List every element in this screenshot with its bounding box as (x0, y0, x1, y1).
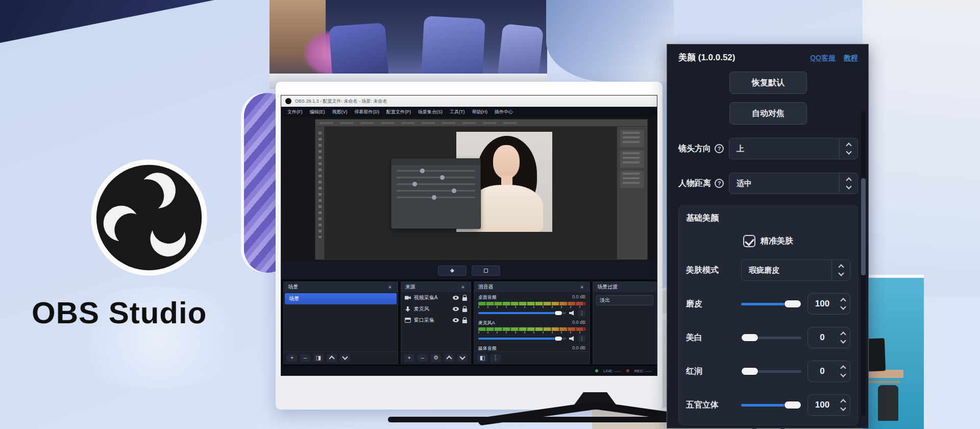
face-3d-slider[interactable] (741, 401, 801, 409)
scene-up-button[interactable] (327, 354, 337, 362)
dock-menu-icon[interactable]: ≡ (386, 283, 394, 291)
slider-handle[interactable] (741, 333, 758, 342)
obs-studio-logo (90, 158, 208, 277)
menu-help[interactable]: 帮助(H) (472, 109, 488, 115)
qq-support-link[interactable]: QQ客服 (810, 54, 836, 63)
obs-app-icon (285, 98, 291, 104)
source-item[interactable]: 麦克风 (401, 303, 471, 315)
lock-icon[interactable] (462, 308, 467, 312)
skin-mode-label: 美肤模式 (686, 265, 735, 276)
help-icon[interactable]: ? (715, 144, 724, 153)
precise-skin-label: 精准美肤 (761, 236, 793, 247)
obs-titlebar: OBS 29.1.3 - 配置文件: 未命名 - 场景: 未命名 (281, 96, 657, 107)
spin-down-icon[interactable] (840, 405, 846, 411)
beauty-filter-panel: 美颜 (1.0.0.52) QQ客服 教程 恢复默认 自动对焦 镜头方向 ? 上… (667, 44, 869, 428)
preview-tab-button-2[interactable] (472, 266, 500, 276)
portrait-dress (472, 185, 543, 232)
add-source-button[interactable]: + (404, 354, 414, 362)
menu-file[interactable]: 文件(F) (287, 109, 303, 115)
camera-direction-select[interactable]: 上 (729, 138, 858, 159)
menu-edit[interactable]: 编辑(E) (310, 109, 325, 115)
portrait-face (493, 145, 520, 179)
precise-skin-checkbox[interactable] (743, 235, 755, 247)
slider-handle[interactable] (784, 401, 801, 409)
menu-view[interactable]: 视图(V) (332, 109, 348, 115)
spin-up-icon[interactable] (840, 399, 846, 404)
dock-menu-icon[interactable]: ≡ (578, 283, 585, 291)
skin-mode-select[interactable]: 瑕疵磨皮 (741, 259, 850, 281)
visibility-eye-icon[interactable] (453, 296, 459, 300)
source-down-button[interactable] (457, 354, 468, 362)
visibility-eye-icon[interactable] (453, 307, 459, 311)
source-properties-button[interactable]: ⚙ (431, 354, 441, 362)
whitening-value-spinner[interactable]: 0 (807, 327, 850, 348)
select-spinner[interactable] (839, 173, 857, 194)
menu-tools[interactable]: 工具(T) (450, 109, 465, 115)
obs-preview (281, 117, 657, 262)
rosy-slider[interactable] (741, 367, 801, 375)
add-scene-button[interactable]: + (287, 354, 297, 362)
spin-up-icon[interactable] (840, 298, 846, 303)
mixer-filters-button[interactable]: ◧ (477, 354, 487, 362)
volume-slider[interactable] (478, 338, 566, 340)
obs-window-title: OBS 29.1.3 - 配置文件: 未命名 - 场景: 未命名 (295, 98, 387, 105)
rec-status: REC: --:-- (634, 369, 652, 373)
slider-handle[interactable] (784, 300, 801, 308)
audio-level-meter (478, 302, 585, 305)
auto-focus-button[interactable]: 自动对焦 (729, 102, 807, 125)
remove-source-button[interactable]: – (418, 354, 428, 362)
db-label: 0.0 dB (572, 320, 585, 326)
menu-profile[interactable]: 配置文件(P) (386, 109, 411, 115)
source-item[interactable]: 窗口采集 (401, 315, 471, 326)
menu-docks[interactable]: 停靠部件(D) (355, 109, 380, 115)
rosy-label: 红润 (686, 366, 735, 377)
lock-icon[interactable] (462, 297, 467, 301)
source-up-button[interactable] (444, 354, 454, 362)
scene-filters-button[interactable]: ◨ (313, 354, 324, 362)
panel-scrollbar-thumb[interactable] (861, 178, 866, 275)
whitening-slider[interactable] (741, 333, 801, 342)
spin-up-icon[interactable] (840, 365, 846, 371)
mixer-entry: 麦克风A0.0 dB ⋮ (474, 318, 590, 343)
scene-down-button[interactable] (340, 354, 350, 362)
remove-scene-button[interactable]: – (300, 354, 310, 362)
restore-default-button[interactable]: 恢复默认 (729, 72, 807, 94)
transition-select[interactable]: 淡出 (596, 295, 653, 305)
visibility-eye-icon[interactable] (453, 318, 459, 322)
db-label: 0.0 dB (572, 294, 585, 301)
smoothing-value-spinner[interactable]: 100 (807, 293, 850, 315)
ps-canvas (325, 127, 617, 259)
smoothing-slider[interactable] (741, 300, 801, 308)
captured-photoshop-window (315, 119, 648, 260)
person-distance-select[interactable]: 适中 (729, 173, 858, 194)
volume-slider[interactable] (478, 312, 566, 314)
speaker-icon[interactable] (569, 311, 575, 316)
spin-down-icon[interactable] (840, 371, 846, 377)
ps-toolbar (315, 127, 325, 259)
speaker-icon[interactable] (569, 336, 575, 341)
spin-up-icon[interactable] (840, 331, 846, 337)
scene-item-selected[interactable]: 场景 (285, 293, 397, 304)
select-spinner[interactable] (831, 260, 850, 280)
live-indicator-icon (595, 369, 598, 372)
menu-scene-collection[interactable]: 场景集合(S) (418, 109, 443, 115)
basic-beauty-title: 基础美颜 (686, 213, 850, 224)
obs-statusbar: LIVE: --:-- REC: --:-- (281, 366, 657, 375)
face-3d-value-spinner[interactable]: 100 (807, 394, 850, 416)
dock-menu-icon[interactable]: ≡ (459, 283, 467, 291)
tutorial-link[interactable]: 教程 (844, 54, 858, 63)
help-icon[interactable]: ? (715, 179, 724, 188)
select-spinner[interactable] (839, 138, 857, 159)
mixer-advanced-button[interactable]: ⋮ (491, 354, 501, 362)
mic-icon (405, 306, 411, 312)
rosy-value-spinner[interactable]: 0 (807, 361, 850, 382)
source-item[interactable]: 视频采集A (401, 292, 471, 303)
spin-down-icon[interactable] (840, 338, 846, 343)
menu-plugin-center[interactable]: 插件中心 (495, 109, 513, 115)
preview-tab-button-1[interactable] (438, 266, 467, 276)
mixer-options-icon[interactable]: ⋮ (578, 309, 585, 317)
lock-icon[interactable] (462, 320, 467, 323)
spin-down-icon[interactable] (840, 304, 846, 309)
slider-handle[interactable] (741, 367, 758, 375)
mixer-options-icon[interactable]: ⋮ (578, 335, 585, 342)
